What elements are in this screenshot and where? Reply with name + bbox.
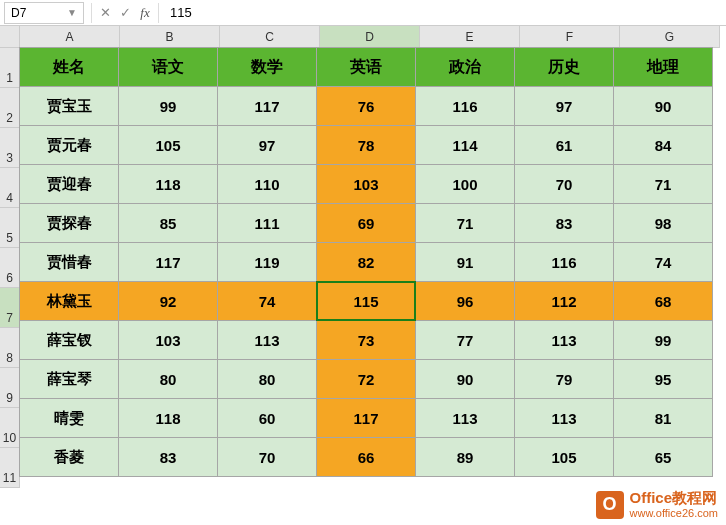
- data-cell[interactable]: 117: [217, 86, 317, 126]
- data-cell[interactable]: 116: [415, 86, 515, 126]
- data-cell[interactable]: 118: [118, 398, 218, 438]
- data-cell[interactable]: 77: [415, 320, 515, 360]
- data-cell[interactable]: 65: [613, 437, 713, 477]
- fx-icon[interactable]: fx: [135, 3, 155, 23]
- data-cell[interactable]: 70: [217, 437, 317, 477]
- row-header-9[interactable]: 9: [0, 368, 20, 408]
- select-all-corner[interactable]: [0, 26, 20, 48]
- check-icon[interactable]: ✓: [115, 3, 135, 23]
- data-cell[interactable]: 100: [415, 164, 515, 204]
- row-header-8[interactable]: 8: [0, 328, 20, 368]
- data-cell[interactable]: 70: [514, 164, 614, 204]
- data-cell[interactable]: 117: [316, 398, 416, 438]
- data-cell[interactable]: 97: [514, 86, 614, 126]
- name-cell[interactable]: 晴雯: [19, 398, 119, 438]
- data-cell[interactable]: 105: [514, 437, 614, 477]
- data-cell[interactable]: 96: [415, 281, 515, 321]
- row-header-11[interactable]: 11: [0, 448, 20, 488]
- data-cell[interactable]: 90: [415, 359, 515, 399]
- data-cell[interactable]: 80: [217, 359, 317, 399]
- name-cell[interactable]: 香菱: [19, 437, 119, 477]
- data-cell[interactable]: 113: [415, 398, 515, 438]
- data-cell[interactable]: 113: [217, 320, 317, 360]
- name-cell[interactable]: 贾宝玉: [19, 86, 119, 126]
- data-cell[interactable]: 103: [118, 320, 218, 360]
- data-cell[interactable]: 92: [118, 281, 218, 321]
- name-cell[interactable]: 贾元春: [19, 125, 119, 165]
- row-header-10[interactable]: 10: [0, 408, 20, 448]
- data-cell[interactable]: 85: [118, 203, 218, 243]
- data-cell[interactable]: 90: [613, 86, 713, 126]
- column-header-A[interactable]: A: [20, 26, 120, 48]
- data-cell[interactable]: 98: [613, 203, 713, 243]
- table-header-cell[interactable]: 语文: [118, 47, 218, 87]
- data-cell[interactable]: 99: [613, 320, 713, 360]
- column-header-B[interactable]: B: [120, 26, 220, 48]
- table-header-cell[interactable]: 历史: [514, 47, 614, 87]
- table-header-cell[interactable]: 数学: [217, 47, 317, 87]
- data-cell[interactable]: 117: [118, 242, 218, 282]
- table-header-cell[interactable]: 地理: [613, 47, 713, 87]
- column-header-G[interactable]: G: [620, 26, 720, 48]
- data-cell[interactable]: 105: [118, 125, 218, 165]
- data-cell[interactable]: 103: [316, 164, 416, 204]
- row-header-6[interactable]: 6: [0, 248, 20, 288]
- formula-input[interactable]: 115: [162, 5, 726, 20]
- row-header-4[interactable]: 4: [0, 168, 20, 208]
- data-cell[interactable]: 97: [217, 125, 317, 165]
- name-cell[interactable]: 贾探春: [19, 203, 119, 243]
- row-header-2[interactable]: 2: [0, 88, 20, 128]
- data-cell[interactable]: 76: [316, 86, 416, 126]
- data-cell[interactable]: 114: [415, 125, 515, 165]
- data-cell[interactable]: 78: [316, 125, 416, 165]
- name-cell[interactable]: 贾迎春: [19, 164, 119, 204]
- data-cell[interactable]: 71: [613, 164, 713, 204]
- data-cell[interactable]: 111: [217, 203, 317, 243]
- data-cell[interactable]: 73: [316, 320, 416, 360]
- data-cell[interactable]: 95: [613, 359, 713, 399]
- data-cell[interactable]: 80: [118, 359, 218, 399]
- data-cell[interactable]: 84: [613, 125, 713, 165]
- data-cell[interactable]: 83: [514, 203, 614, 243]
- data-cell[interactable]: 61: [514, 125, 614, 165]
- table-header-cell[interactable]: 英语: [316, 47, 416, 87]
- data-cell[interactable]: 74: [613, 242, 713, 282]
- name-cell[interactable]: 贾惜春: [19, 242, 119, 282]
- column-header-F[interactable]: F: [520, 26, 620, 48]
- data-cell[interactable]: 81: [613, 398, 713, 438]
- row-header-1[interactable]: 1: [0, 48, 20, 88]
- name-box[interactable]: D7 ▼: [4, 2, 84, 24]
- data-cell[interactable]: 83: [118, 437, 218, 477]
- data-cell[interactable]: 113: [514, 398, 614, 438]
- name-cell[interactable]: 薛宝琴: [19, 359, 119, 399]
- cancel-icon[interactable]: ✕: [95, 3, 115, 23]
- data-cell[interactable]: 115: [316, 281, 416, 321]
- data-cell[interactable]: 74: [217, 281, 317, 321]
- data-cell[interactable]: 118: [118, 164, 218, 204]
- data-cell[interactable]: 99: [118, 86, 218, 126]
- name-cell[interactable]: 薛宝钗: [19, 320, 119, 360]
- data-cell[interactable]: 91: [415, 242, 515, 282]
- table-header-cell[interactable]: 姓名: [19, 47, 119, 87]
- row-header-3[interactable]: 3: [0, 128, 20, 168]
- name-cell[interactable]: 林黛玉: [19, 281, 119, 321]
- column-header-C[interactable]: C: [220, 26, 320, 48]
- data-cell[interactable]: 68: [613, 281, 713, 321]
- data-cell[interactable]: 69: [316, 203, 416, 243]
- data-cell[interactable]: 113: [514, 320, 614, 360]
- column-header-E[interactable]: E: [420, 26, 520, 48]
- data-cell[interactable]: 89: [415, 437, 515, 477]
- data-cell[interactable]: 72: [316, 359, 416, 399]
- column-header-D[interactable]: D: [320, 26, 420, 48]
- chevron-down-icon[interactable]: ▼: [67, 7, 77, 18]
- row-header-7[interactable]: 7: [0, 288, 20, 328]
- data-cell[interactable]: 116: [514, 242, 614, 282]
- data-cell[interactable]: 110: [217, 164, 317, 204]
- data-cell[interactable]: 82: [316, 242, 416, 282]
- data-cell[interactable]: 79: [514, 359, 614, 399]
- data-cell[interactable]: 112: [514, 281, 614, 321]
- data-cell[interactable]: 119: [217, 242, 317, 282]
- data-cell[interactable]: 60: [217, 398, 317, 438]
- row-header-5[interactable]: 5: [0, 208, 20, 248]
- data-cell[interactable]: 71: [415, 203, 515, 243]
